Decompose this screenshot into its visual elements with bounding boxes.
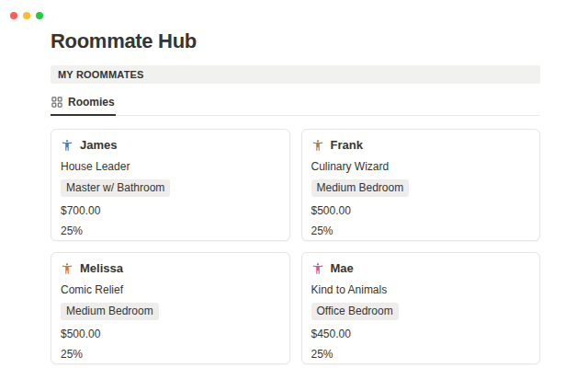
person-icon bbox=[61, 262, 74, 275]
close-window-button[interactable] bbox=[10, 12, 17, 19]
room-tag: Medium Bedroom bbox=[311, 179, 410, 196]
share-percent: 25% bbox=[311, 224, 531, 237]
person-icon bbox=[61, 139, 74, 152]
card-header: James bbox=[61, 138, 280, 152]
roommate-role: House Leader bbox=[61, 160, 280, 173]
window-controls bbox=[10, 12, 43, 19]
my-roommates-callout: MY ROOMMATES bbox=[51, 65, 540, 84]
zoom-window-button[interactable] bbox=[36, 12, 43, 19]
share-percent: 25% bbox=[61, 348, 280, 361]
gallery-grid-icon bbox=[51, 97, 62, 108]
roommate-card[interactable]: Frank Culinary Wizard Medium Bedroom $50… bbox=[301, 129, 541, 241]
roommate-card[interactable]: Mae Kind to Animals Office Bedroom $450.… bbox=[301, 252, 541, 364]
roommate-card[interactable]: James House Leader Master w/ Bathroom $7… bbox=[51, 129, 290, 241]
page-content: Roommate Hub MY ROOMMATES Roomies bbox=[0, 29, 588, 364]
tab-label: Roomies bbox=[68, 96, 115, 109]
roommate-role: Comic Relief bbox=[61, 283, 280, 296]
view-tabbar: Roomies bbox=[51, 91, 540, 116]
person-icon bbox=[311, 262, 324, 275]
roommate-card[interactable]: Melissa Comic Relief Medium Bedroom $500… bbox=[51, 252, 290, 364]
roommate-name: Frank bbox=[331, 138, 363, 152]
card-header: Melissa bbox=[61, 261, 280, 275]
rent-amount: $700.00 bbox=[61, 204, 280, 217]
page-title: Roommate Hub bbox=[51, 29, 540, 53]
room-tag: Master w/ Bathroom bbox=[61, 179, 170, 196]
roommate-name: Mae bbox=[331, 261, 354, 275]
tab-roomies[interactable]: Roomies bbox=[51, 91, 116, 116]
card-header: Frank bbox=[311, 138, 531, 152]
share-percent: 25% bbox=[61, 224, 280, 237]
minimize-window-button[interactable] bbox=[23, 12, 30, 19]
roommate-name: James bbox=[80, 138, 117, 152]
card-header: Mae bbox=[311, 261, 531, 275]
rent-amount: $450.00 bbox=[311, 328, 531, 340]
room-tag: Medium Bedroom bbox=[61, 303, 159, 319]
person-icon bbox=[311, 139, 324, 152]
roommate-role: Kind to Animals bbox=[311, 283, 531, 296]
share-percent: 25% bbox=[311, 348, 531, 361]
rent-amount: $500.00 bbox=[311, 204, 531, 217]
rent-amount: $500.00 bbox=[61, 328, 280, 340]
roommate-name: Melissa bbox=[80, 261, 123, 275]
room-tag: Office Bedroom bbox=[311, 303, 399, 319]
roommate-role: Culinary Wizard bbox=[311, 160, 531, 173]
cards-grid: James House Leader Master w/ Bathroom $7… bbox=[51, 129, 540, 364]
